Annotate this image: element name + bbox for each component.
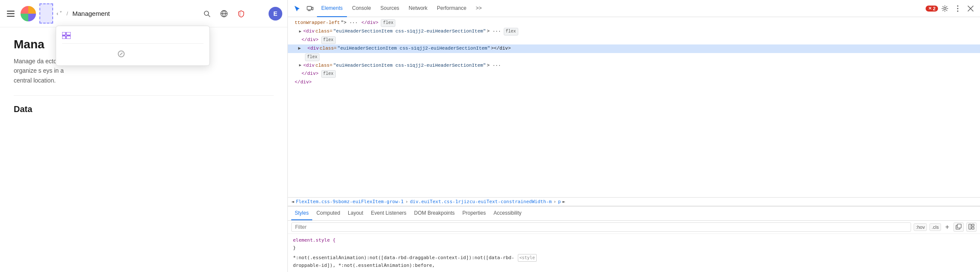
breadcrumb-item-2[interactable]: div.euiText.css-1rjizcu-euiText-constrai… [410,199,552,204]
flex-badge: flex [321,36,336,44]
css-rule-cont: droppable-id]), *:not(.essentialAnimatio… [293,262,975,269]
svg-rect-9 [66,36,71,39]
globe-icon [220,10,228,18]
tab-properties[interactable]: Properties [459,207,490,220]
nav-title: Management [72,10,110,17]
breadcrumb-item-3[interactable]: p [558,199,561,204]
logo-icon [21,6,36,21]
tree-line[interactable]: ▶ <div class= "euiHeaderSectionItem css-… [288,62,980,70]
notification-button[interactable]: 🎉 [251,7,265,21]
section-divider [14,95,274,96]
user-avatar[interactable]: E [269,7,282,21]
cls-button[interactable]: .cls [929,223,941,231]
tab-elements[interactable]: Elements [317,0,347,17]
svg-rect-7 [62,36,66,39]
svg-rect-21 [969,224,971,229]
selected-tree-line[interactable]: ▶ <div class= "euiHeaderSectionItem css-… [288,44,980,53]
html-tree[interactable]: ttonWrapper-left "> ··· </div> flex ▶ <d… [288,17,980,197]
elements-area: ttonWrapper-left "> ··· </div> flex ▶ <d… [288,17,980,272]
flex-badge: flex [321,70,336,78]
accessibility-keyboard-row [62,50,203,59]
css-rule-close: } [293,244,975,252]
close-devtools-button[interactable] [965,3,977,15]
add-style-button[interactable]: + [944,222,951,232]
gear-icon [941,5,948,12]
kebab-icon [957,5,959,12]
expand-triangle[interactable]: ▶ [298,30,302,34]
devtools-topbar: Elements Console Sources Network Perform… [288,0,980,17]
styles-code: element.style { } *:not(.essentialAnimat… [288,234,980,272]
tab-console[interactable]: Console [348,0,375,17]
device-toggle-button[interactable] [304,3,316,15]
tab-styles[interactable]: Styles [291,207,312,220]
tree-line: ttonWrapper-left "> ··· </div> flex [288,19,980,27]
svg-text:🎉: 🎉 [254,11,262,18]
hov-button[interactable]: :hov [914,223,927,231]
hamburger-menu-icon[interactable] [5,8,17,20]
search-button[interactable] [200,7,214,21]
element-tooltip [56,26,210,66]
devtools-panel: Elements Console Sources Network Perform… [288,0,980,272]
copy-style-button[interactable] [953,222,964,232]
svg-line-1 [208,15,210,17]
device-icon [307,5,314,12]
svg-rect-11 [312,7,313,10]
inspector-icon [294,5,301,12]
css-rule-selector: *:not(.essentialAnimation):not([data-rbd… [293,254,975,262]
search-icon [203,10,210,17]
svg-rect-10 [307,6,311,10]
layout-icon-button[interactable] [966,222,977,232]
error-x-icon: ✕ [928,6,932,11]
filter-bar: :hov .cls + [288,221,980,234]
svg-rect-20 [957,224,961,228]
layout-icon [968,224,974,230]
tab-sources[interactable]: Sources [376,0,403,17]
close-icon [968,6,974,12]
svg-rect-22 [972,224,974,226]
tab-accessibility[interactable]: Accessibility [490,207,525,220]
breadcrumb-bar: ◄ FlexItem.css-9sbomz-euiFlexItem-grow-1… [288,197,980,206]
svg-point-14 [957,5,959,6]
error-badge: ✕ 2 [926,6,938,12]
shield-button[interactable] [234,7,248,21]
inspector-toggle-button[interactable] [291,3,303,15]
svg-point-13 [944,7,946,9]
tree-line[interactable]: ▶ <div class= "euiHeaderSectionItem css-… [288,27,980,36]
tab-dom-breakpoints[interactable]: DOM Breakpoints [411,207,458,220]
data-section-title: Data [14,104,274,114]
expand-triangle[interactable]: ▶ [298,63,302,68]
nav-back-arrow[interactable]: ‹ ˅ [57,11,62,17]
breadcrumb-item-1[interactable]: FlexItem.css-9sbomz-euiFlexItem-grow-1 [296,199,404,204]
styles-tabs: Styles Computed Layout Event Listeners D… [288,207,980,221]
globe-button[interactable] [217,7,231,21]
svg-point-15 [957,8,959,9]
app-panel: ‹ ˅ / Management [0,0,288,272]
flex-badge: flex [381,19,395,27]
svg-point-16 [957,10,959,12]
more-options-button[interactable] [952,3,964,15]
element-type-icon [62,32,71,39]
flex-badge: flex [305,53,320,61]
copy-icon [956,224,962,230]
tree-line: flex [288,53,980,62]
settings-button[interactable] [939,3,951,15]
tree-line: </div> flex [288,70,980,78]
selected-element-highlight [39,3,53,24]
breadcrumb-separator: / [66,10,68,17]
celebration-icon: 🎉 [254,10,262,18]
styles-panel: Styles Computed Layout Event Listeners D… [288,206,980,272]
top-nav: ‹ ˅ / Management [0,0,287,27]
shield-icon [237,10,245,18]
flex-badge: flex [504,28,518,35]
tab-more[interactable]: >> [472,0,486,17]
svg-rect-8 [66,32,71,35]
tab-network[interactable]: Network [404,0,432,17]
filter-input[interactable] [291,222,911,232]
tooltip-divider [62,43,203,44]
tab-computed[interactable]: Computed [313,207,344,220]
tab-performance[interactable]: Performance [433,0,471,17]
tab-layout[interactable]: Layout [344,207,367,220]
tab-event-listeners[interactable]: Event Listeners [368,207,410,220]
tree-line: </div> [288,78,980,87]
tooltip-header [62,31,203,39]
